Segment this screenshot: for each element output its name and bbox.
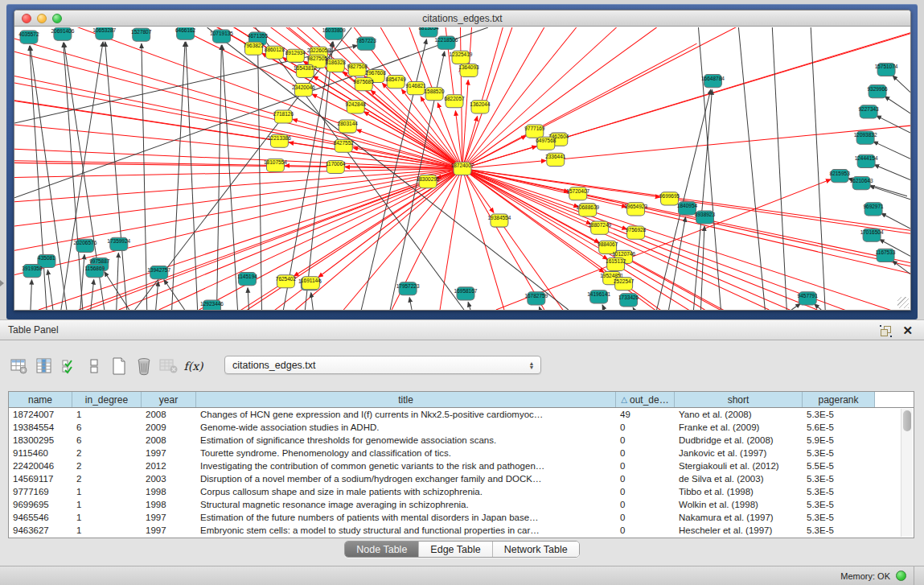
graph-node[interactable]: 17957223: [396, 282, 420, 295]
graph-node[interactable]: 9146821: [405, 82, 426, 95]
column-header-indegree[interactable]: in_degree: [72, 392, 142, 407]
graph-node[interactable]: 18107554: [264, 159, 287, 171]
network-window-titlebar[interactable]: citations_edges.txt: [14, 10, 910, 27]
graph-node[interactable]: 9875685: [354, 78, 375, 91]
graph-node[interactable]: 12325419: [450, 51, 473, 64]
graph-node[interactable]: 19384554: [487, 214, 511, 227]
graph-node[interactable]: 20206576: [73, 239, 97, 252]
table-row[interactable]: 969969511998Structural magnetic resonanc…: [9, 498, 914, 511]
graph-node[interactable]: 8938923: [695, 211, 716, 224]
column-header-outde[interactable]: △out_de…: [616, 392, 675, 407]
graph-node[interactable]: 12213386: [268, 134, 291, 147]
graph-node[interactable]: 1615132: [606, 257, 626, 270]
graph-node[interactable]: 7625402: [276, 275, 297, 288]
graph-node[interactable]: 15751074: [875, 63, 898, 76]
graph-node[interactable]: 17016504: [860, 229, 884, 241]
graph-node[interactable]: 8912934: [285, 49, 306, 62]
graph-node[interactable]: 3919358: [22, 265, 43, 278]
graph-node[interactable]: 4035572: [18, 31, 39, 43]
graph-node[interactable]: 1167533: [876, 249, 896, 262]
network-canvas[interactable]: 4035572206914061065328715278076466162107…: [14, 27, 910, 310]
delete-table-button[interactable]: [156, 354, 181, 379]
graph-node[interactable]: 1170064: [326, 160, 346, 173]
table-selector-dropdown[interactable]: citations_edges.txt ▲▼: [224, 356, 541, 374]
graph-node[interactable]: 7857223: [356, 37, 377, 50]
graph-node[interactable]: 1733426: [618, 294, 639, 307]
graph-node[interactable]: 8215953: [830, 170, 851, 183]
table-row[interactable]: 1872400712008Changes of HCN gene express…: [9, 408, 914, 421]
graph-node[interactable]: 18724007: [451, 162, 474, 175]
graph-node[interactable]: 1362044: [470, 101, 491, 113]
graph-node[interactable]: 9457791: [798, 292, 819, 305]
delete-column-button[interactable]: [131, 354, 156, 379]
graph-node[interactable]: 13942757: [147, 266, 170, 279]
graph-node[interactable]: 16543812: [294, 64, 317, 77]
minimize-button[interactable]: [37, 14, 47, 23]
graph-node[interactable]: 2803144: [338, 120, 359, 133]
graph-node[interactable]: 7963822: [244, 42, 265, 55]
table-row[interactable]: 1938455462009Genome-wide association stu…: [9, 421, 914, 434]
graph-node[interactable]: 1364093: [458, 64, 479, 76]
graph-node[interactable]: 10719135: [210, 30, 233, 43]
graph-node[interactable]: 8813054: [418, 27, 439, 37]
vertical-scrollbar[interactable]: [901, 409, 913, 537]
graph-node[interactable]: 18807249: [588, 221, 611, 234]
graph-node[interactable]: 9692971: [863, 203, 884, 216]
graph-node[interactable]: 2522547: [614, 278, 634, 290]
graph-node[interactable]: 8186328: [326, 59, 347, 72]
graph-node[interactable]: 19654923: [624, 203, 647, 216]
scrollbar-thumb[interactable]: [903, 410, 911, 431]
table-row[interactable]: 911546021997Tourette syndrome. Phenomeno…: [9, 447, 914, 459]
graph-node[interactable]: 9699695: [659, 192, 680, 205]
graph-node[interactable]: 9777169: [524, 125, 545, 138]
graph-node[interactable]: 6466162: [175, 27, 196, 39]
select-columns-button[interactable]: [56, 354, 81, 379]
show-columns-button[interactable]: [31, 354, 56, 379]
column-header-year[interactable]: year: [142, 392, 196, 407]
table-row[interactable]: 1456911722003Disruption of a novel membe…: [9, 472, 914, 485]
graph-node[interactable]: 16648784: [701, 75, 725, 88]
graph-node[interactable]: 1527807: [131, 28, 152, 41]
graph-node[interactable]: 12218506: [435, 36, 458, 49]
graph-node[interactable]: 9329966: [867, 85, 888, 98]
column-header-title[interactable]: title: [196, 392, 616, 407]
graph-node[interactable]: 9227343: [858, 105, 879, 118]
graph-node[interactable]: 1156869: [84, 265, 105, 278]
graph-node[interactable]: 2336441: [545, 153, 566, 166]
tab-edge-table[interactable]: Edge Table: [419, 542, 492, 557]
network-graph[interactable]: 4035572206914061065328715278076466162107…: [14, 27, 910, 310]
column-header-name[interactable]: name: [9, 392, 72, 407]
column-header-pagerank[interactable]: pagerank: [803, 392, 875, 407]
table-row[interactable]: 946554611997Estimation of the future num…: [9, 511, 914, 524]
float-panel-icon[interactable]: [881, 326, 891, 336]
zoom-button[interactable]: [52, 14, 62, 23]
table-row[interactable]: 1830029562008Estimation of significance …: [9, 434, 914, 447]
table-row[interactable]: 946362711997Embryonic stem cells: a mode…: [9, 524, 914, 537]
graph-node[interactable]: 1691144: [301, 277, 321, 290]
graph-node[interactable]: 6497568: [536, 137, 556, 150]
graph-node[interactable]: 12923446: [200, 300, 224, 310]
table-mode-button[interactable]: [6, 354, 31, 379]
graph-node[interactable]: 8854749: [386, 76, 407, 89]
table-row[interactable]: 2242004622012Investigating the contribut…: [9, 459, 914, 472]
graph-node[interactable]: 16958167: [454, 287, 478, 300]
graph-node[interactable]: 6822057: [444, 95, 465, 108]
graph-node[interactable]: 10688639: [576, 204, 599, 216]
table-row[interactable]: 977716911998Corpus callosum shape and si…: [9, 485, 914, 498]
graph-node[interactable]: 16033809: [322, 27, 346, 39]
graph-node[interactable]: 20691406: [51, 27, 74, 40]
graph-node[interactable]: 8427552: [334, 139, 355, 152]
close-button[interactable]: [22, 14, 31, 23]
graph-node[interactable]: 12093832: [854, 131, 877, 144]
tab-node-table[interactable]: Node Table: [345, 542, 419, 557]
graph-node[interactable]: 8860128: [265, 46, 285, 59]
graph-node[interactable]: 9242848: [346, 101, 367, 113]
graph-node[interactable]: 9827508: [347, 63, 368, 76]
function-builder-button[interactable]: f(x): [181, 354, 206, 379]
resize-grip[interactable]: [897, 297, 909, 308]
graph-node[interactable]: 12444154: [855, 154, 878, 167]
graph-node[interactable]: 16210643: [850, 177, 873, 190]
graph-node[interactable]: 16782759: [524, 292, 548, 305]
panel-collapse-arrow[interactable]: [0, 280, 4, 286]
graph-node[interactable]: 14196141: [587, 290, 610, 303]
